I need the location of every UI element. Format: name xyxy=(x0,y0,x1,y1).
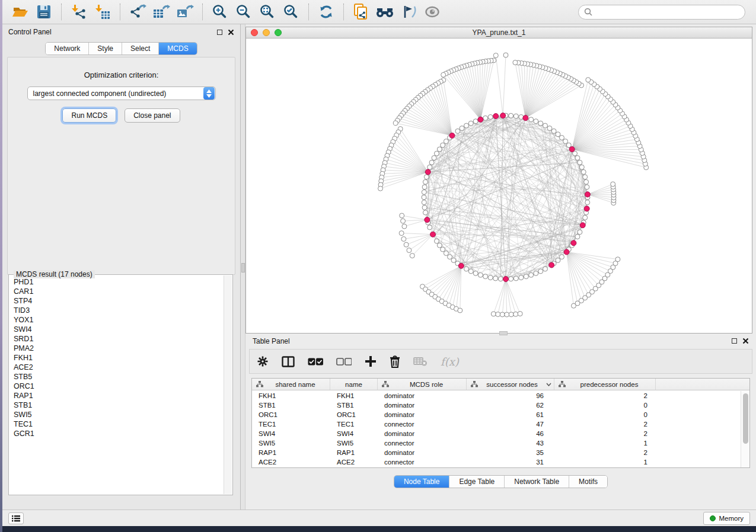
table-cell: connector xyxy=(378,459,467,466)
delete-column-trash-icon[interactable] xyxy=(390,355,400,368)
save-session-icon[interactable] xyxy=(34,2,54,21)
mcds-result-item[interactable]: SRD1 xyxy=(14,334,223,344)
close-table-panel-icon[interactable] xyxy=(742,338,749,344)
table-row[interactable]: FKH1FKH1dominator962 xyxy=(252,391,741,400)
table-scrollbar[interactable] xyxy=(741,391,749,467)
export-image-icon[interactable] xyxy=(175,2,195,21)
node-table-body[interactable]: FKH1FKH1dominator962STB1STB1dominator620… xyxy=(252,391,741,467)
dropdown-stepper-icon xyxy=(203,87,215,100)
column-header-successor-nodes[interactable]: successor nodes xyxy=(467,379,554,390)
table-cell: connector xyxy=(378,440,467,447)
toolbar-separator xyxy=(343,4,344,20)
tab-network-table[interactable]: Network Table xyxy=(505,476,569,488)
tab-select[interactable]: Select xyxy=(122,43,159,55)
float-panel-icon[interactable] xyxy=(217,30,222,35)
show-all-eye-icon[interactable] xyxy=(422,2,442,21)
tab-style[interactable]: Style xyxy=(89,43,122,55)
mcds-result-item[interactable]: STB1 xyxy=(14,400,223,410)
first-neighbors-icon[interactable] xyxy=(375,2,395,21)
horizontal-splitter-grip[interactable] xyxy=(499,331,508,335)
mcds-result-item[interactable]: PHD1 xyxy=(14,277,223,287)
open-session-icon[interactable] xyxy=(10,2,30,21)
mcds-result-item[interactable]: TID3 xyxy=(14,306,223,315)
network-graph[interactable] xyxy=(246,39,752,333)
float-table-panel-icon[interactable] xyxy=(732,338,737,344)
function-builder-icon[interactable]: f(x) xyxy=(441,355,459,368)
vertical-splitter[interactable] xyxy=(240,24,245,509)
mcds-result-item[interactable]: RAP1 xyxy=(14,391,223,400)
import-table-icon[interactable] xyxy=(92,2,113,21)
import-network-icon[interactable] xyxy=(69,2,89,21)
column-header-name[interactable]: name xyxy=(330,379,378,390)
deselect-all-icon[interactable] xyxy=(336,358,352,366)
mcds-result-item[interactable]: STP4 xyxy=(14,296,223,306)
zoom-in-icon[interactable] xyxy=(210,2,230,21)
clone-network-icon[interactable] xyxy=(351,2,371,21)
mcds-result-item[interactable]: TEC1 xyxy=(14,419,223,429)
list-icon xyxy=(12,515,20,522)
splitter-grip[interactable] xyxy=(241,263,245,273)
table-row[interactable]: ACE2ACE2connector311 xyxy=(252,457,741,467)
tab-mcds[interactable]: MCDS xyxy=(159,43,196,55)
refresh-icon[interactable] xyxy=(316,2,336,21)
table-cell: ORC1 xyxy=(330,411,378,418)
zoom-out-icon[interactable] xyxy=(234,2,254,21)
column-type-icon xyxy=(256,381,263,387)
table-settings-gear-icon[interactable] xyxy=(257,355,269,367)
zoom-fit-icon[interactable] xyxy=(257,2,277,21)
search-input[interactable] xyxy=(596,8,739,16)
close-panel-icon[interactable] xyxy=(228,29,234,36)
column-type-icon xyxy=(559,381,566,387)
criterion-dropdown[interactable]: largest connected component (undirected) xyxy=(27,86,216,100)
export-table-icon[interactable] xyxy=(151,2,171,21)
tab-node-table[interactable]: Node Table xyxy=(394,476,450,488)
export-network-icon[interactable] xyxy=(127,2,148,21)
mcds-result-list[interactable]: PHD1CAR1STP4TID3YOX1SWI4SRD1PMA2FKH1ACE2… xyxy=(10,277,223,493)
show-columns-icon[interactable] xyxy=(282,356,295,367)
mcds-result-item[interactable]: SWI5 xyxy=(14,410,223,419)
table-cell: 46 xyxy=(467,430,554,437)
column-header-predecessor-nodes[interactable]: predecessor nodes xyxy=(554,379,656,390)
show-panels-menu-button[interactable] xyxy=(8,512,24,524)
run-mcds-button[interactable]: Run MCDS xyxy=(62,108,116,123)
table-row[interactable]: TEC1TEC1connector472 xyxy=(252,419,741,429)
mcds-result-item[interactable]: ACE2 xyxy=(14,363,223,372)
tab-edge-table[interactable]: Edge Table xyxy=(449,476,505,488)
column-header-shared-name[interactable]: shared name xyxy=(252,379,330,390)
table-row[interactable]: STB1STB1dominator620 xyxy=(252,400,741,410)
tab-motifs[interactable]: Motifs xyxy=(569,476,607,488)
mcds-result-item[interactable]: FKH1 xyxy=(14,353,223,363)
table-cell: 1 xyxy=(554,440,656,447)
hide-selected-icon[interactable] xyxy=(398,2,419,21)
mcds-result-item[interactable]: YOX1 xyxy=(14,315,223,325)
column-header-mcds-role[interactable]: MCDS role xyxy=(378,379,467,390)
table-row[interactable]: ORC1ORC1dominator610 xyxy=(252,410,741,419)
table-row[interactable]: SWI4SWI4dominator462 xyxy=(252,429,741,438)
tab-network[interactable]: Network xyxy=(46,43,89,55)
search-field[interactable] xyxy=(578,5,745,20)
table-row[interactable]: RAP1RAP1dominator352 xyxy=(252,448,741,457)
mcds-result-item[interactable]: SWI4 xyxy=(14,325,223,334)
close-panel-button[interactable]: Close panel xyxy=(125,108,180,123)
table-panel: Table Panel xyxy=(245,334,756,509)
select-all-icon[interactable] xyxy=(308,358,323,366)
table-row[interactable]: YOX1YOX1connector291 xyxy=(252,467,741,467)
table-cell: 31 xyxy=(467,459,554,466)
mcds-result-item[interactable]: GCR1 xyxy=(14,429,223,438)
network-canvas[interactable] xyxy=(246,39,752,333)
delete-table-icon[interactable] xyxy=(413,357,428,366)
table-cell: 2 xyxy=(554,449,656,456)
mcds-result-item[interactable]: ORC1 xyxy=(14,382,223,391)
table-row[interactable]: SWI5SWI5connector431 xyxy=(252,438,741,448)
mcds-result-item[interactable]: STB5 xyxy=(14,372,223,382)
network-window-titlebar[interactable]: YPA_prune.txt_1 xyxy=(246,27,752,39)
mcds-result-item[interactable]: CAR1 xyxy=(14,287,223,296)
mcds-result-scrollbar[interactable] xyxy=(224,275,232,494)
table-cell: dominator xyxy=(378,430,467,437)
table-scrollbar-thumb[interactable] xyxy=(743,393,748,444)
add-column-icon[interactable] xyxy=(365,355,377,367)
table-cell: SWI5 xyxy=(330,440,378,447)
zoom-selected-icon[interactable] xyxy=(281,2,301,21)
mcds-result-item[interactable]: PMA2 xyxy=(14,344,223,353)
memory-button[interactable]: Memory xyxy=(703,512,750,525)
